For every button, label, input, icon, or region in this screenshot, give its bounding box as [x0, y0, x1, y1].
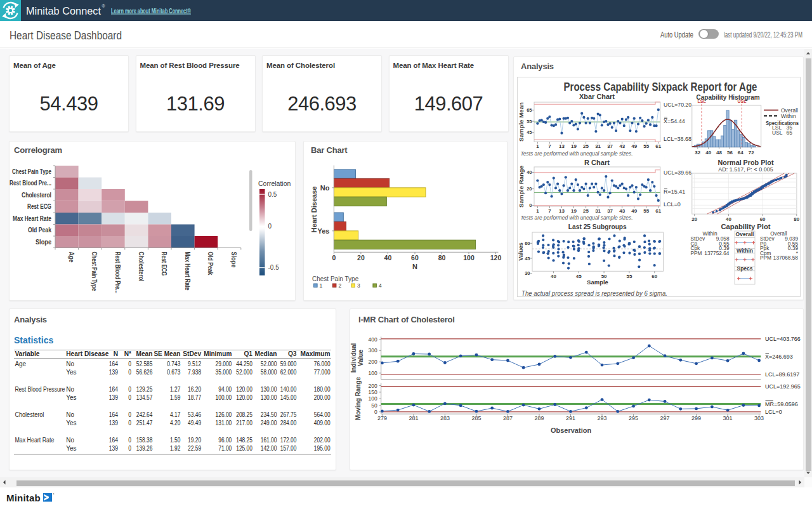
svg-text:161.00: 161.00 [261, 437, 277, 444]
svg-text:287: 287 [503, 415, 513, 421]
svg-text:LCL=0: LCL=0 [664, 201, 681, 208]
svg-text:USL: USL [737, 99, 747, 103]
svg-text:100.00: 100.00 [216, 394, 232, 401]
svg-text:Rest Blood Pre...: Rest Blood Pre... [10, 180, 51, 187]
svg-text:No: No [66, 437, 74, 444]
svg-text:35.000: 35.000 [216, 369, 232, 376]
svg-text:Xbar Chart: Xbar Chart [579, 93, 615, 100]
svg-text:164: 164 [109, 360, 119, 367]
svg-text:234.50: 234.50 [261, 411, 277, 418]
svg-text:139.26: 139.26 [136, 445, 153, 452]
svg-text:29.000: 29.000 [216, 360, 232, 367]
svg-text:195.00: 195.00 [314, 445, 331, 452]
svg-text:80: 80 [794, 216, 799, 222]
svg-text:MR=59.0596: MR=59.0596 [765, 401, 798, 407]
svg-text:249.00: 249.00 [261, 420, 277, 426]
svg-text:59.000: 59.000 [280, 360, 297, 367]
svg-text:N: N [412, 263, 417, 270]
svg-text:140.00: 140.00 [280, 386, 297, 393]
svg-text:299: 299 [691, 415, 701, 421]
svg-text:1: 1 [536, 143, 539, 149]
svg-text:130.00: 130.00 [261, 386, 277, 393]
svg-text:Tests are performed with unequ: Tests are performed with unequal sample … [521, 215, 633, 221]
svg-text:202.00: 202.00 [314, 437, 331, 444]
svg-text:126.00: 126.00 [216, 411, 232, 418]
svg-text:Cholesterol: Cholesterol [22, 192, 51, 199]
svg-text:60: 60 [760, 216, 766, 222]
svg-text:Max Heart Rate: Max Heart Rate [184, 252, 191, 291]
svg-text:100: 100 [369, 395, 377, 402]
svg-text:LCL=0: LCL=0 [765, 409, 782, 415]
svg-text:Heart Disease: Heart Disease [310, 187, 318, 233]
svg-text:0: 0 [128, 394, 131, 401]
svg-text:7: 7 [548, 208, 551, 214]
svg-text:Mean: Mean [136, 350, 152, 357]
svg-text:291: 291 [566, 415, 575, 421]
svg-text:1.27: 1.27 [170, 386, 181, 393]
svg-text:20: 20 [691, 216, 697, 222]
svg-text:Sample Mean: Sample Mean [518, 102, 525, 142]
svg-text:65: 65 [527, 107, 532, 113]
svg-text:Rest Blood Pre...: Rest Blood Pre... [114, 252, 121, 294]
svg-text:1: 1 [320, 282, 323, 289]
svg-text:7.938: 7.938 [188, 369, 201, 376]
svg-text:0.743: 0.743 [167, 360, 180, 367]
svg-text:1: 1 [536, 208, 539, 214]
svg-text:0: 0 [529, 202, 532, 208]
svg-text:139: 139 [109, 394, 119, 401]
svg-text:134.57: 134.57 [136, 394, 153, 401]
svg-text:PPM: PPM [760, 255, 771, 261]
svg-text:297: 297 [660, 415, 670, 421]
svg-text:0: 0 [374, 409, 377, 415]
svg-text:Yes: Yes [66, 445, 76, 452]
svg-text:139: 139 [109, 369, 119, 376]
svg-text:120.00: 120.00 [236, 394, 252, 401]
svg-text:60: 60 [525, 241, 530, 246]
svg-text:0: 0 [268, 223, 272, 230]
svg-text:200.00: 200.00 [314, 394, 331, 401]
svg-text:19.20: 19.20 [188, 437, 201, 444]
svg-text:0: 0 [128, 445, 131, 452]
svg-text:LCL=38.68: LCL=38.68 [664, 136, 691, 142]
svg-text:0: 0 [128, 411, 131, 418]
svg-text:Sample: Sample [587, 279, 608, 286]
svg-text:32: 32 [695, 150, 700, 155]
svg-text:137752.64: 137752.64 [704, 250, 730, 256]
svg-text:-0.5: -0.5 [268, 264, 280, 271]
svg-text:65: 65 [787, 129, 793, 136]
svg-text:53.46: 53.46 [188, 411, 201, 418]
svg-text:Max Heart Rate: Max Heart Rate [15, 437, 54, 444]
svg-text:55: 55 [643, 208, 649, 214]
svg-text:150: 150 [369, 389, 377, 395]
svg-text:43: 43 [619, 208, 625, 214]
svg-text:22.59: 22.59 [188, 445, 201, 452]
svg-text:96.00: 96.00 [218, 437, 232, 444]
svg-text:The actual process spread is r: The actual process spread is represented… [521, 289, 667, 297]
svg-text:Age: Age [68, 252, 75, 263]
svg-text:139: 139 [109, 445, 119, 452]
svg-text:LSL: LSL [698, 99, 707, 103]
svg-text:last updated 9/20/22, 12:45:23: last updated 9/20/22, 12:45:23 PM [724, 30, 802, 39]
svg-text:125.00: 125.00 [236, 445, 252, 452]
svg-text:142.00: 142.00 [261, 445, 277, 452]
svg-text:45: 45 [527, 129, 532, 135]
svg-text:R Chart: R Chart [584, 159, 610, 166]
svg-text:25: 25 [583, 143, 589, 149]
svg-text:Maximum: Maximum [301, 350, 331, 357]
svg-text:52.000: 52.000 [236, 369, 252, 376]
svg-text:Heart Disease Dashboard: Heart Disease Dashboard [10, 29, 122, 42]
svg-text:Specifications: Specifications [766, 120, 799, 126]
svg-text:Q1: Q1 [244, 350, 252, 357]
svg-text:80: 80 [438, 254, 446, 261]
svg-text:60: 60 [411, 254, 419, 261]
svg-text:50: 50 [371, 402, 377, 409]
svg-text:Yes: Yes [66, 420, 76, 426]
svg-text:Tests are performed with unequ: Tests are performed with unequal sample … [521, 150, 633, 157]
svg-text:60: 60 [652, 274, 657, 279]
svg-text:77.000: 77.000 [314, 369, 331, 376]
svg-text:31: 31 [595, 208, 601, 214]
svg-text:157.00: 157.00 [280, 445, 297, 452]
svg-text:293: 293 [598, 415, 607, 421]
svg-text:N: N [114, 350, 118, 357]
svg-text:279: 279 [377, 415, 387, 421]
